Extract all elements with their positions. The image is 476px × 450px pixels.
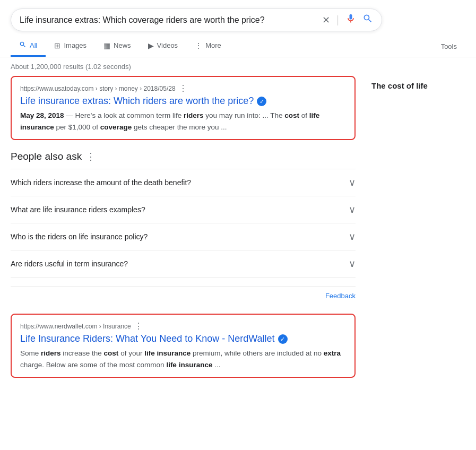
content-area: https://www.usatoday.com › story › money…	[0, 76, 476, 388]
tab-news[interactable]: ▦ News	[95, 36, 140, 57]
tab-more-label: More	[205, 41, 221, 49]
paa-header: People also ask ⋮	[11, 151, 356, 162]
result-title-1[interactable]: Life insurance extras: Which riders are …	[20, 96, 346, 107]
videos-icon: ▶	[148, 41, 154, 50]
paa-options-icon[interactable]: ⋮	[86, 151, 96, 162]
results-info: About 1,200,000 results (1.02 seconds)	[0, 57, 476, 76]
clear-icon[interactable]: ✕	[322, 14, 330, 26]
result-domain-1: https://www.usatoday.com › story › money…	[20, 85, 176, 92]
chevron-down-icon-3: ∨	[349, 258, 356, 270]
tab-more[interactable]: ⋮ More	[186, 36, 230, 57]
search-query-text: Life insurance extras: Which coverage ri…	[20, 15, 322, 25]
result-options-2[interactable]: ⋮	[134, 321, 143, 331]
paa-item-0[interactable]: Which riders increase the amount of the …	[11, 169, 356, 196]
search-submit-icon[interactable]	[362, 13, 373, 27]
tools-button[interactable]: Tools	[432, 37, 465, 56]
more-icon: ⋮	[195, 41, 202, 50]
result-title-2[interactable]: Life Insurance Riders: What You Need to …	[20, 333, 346, 344]
divider: |	[336, 14, 339, 26]
result-domain-2: https://www.nerdwallet.com › Insurance	[20, 323, 131, 330]
feedback-link[interactable]: Feedback	[325, 292, 356, 300]
people-also-ask: People also ask ⋮ Which riders increase …	[11, 151, 356, 278]
tab-news-label: News	[114, 41, 131, 49]
result-snippet-1: May 28, 2018 — Here's a look at common t…	[20, 110, 346, 133]
tab-videos[interactable]: ▶ Videos	[140, 36, 187, 57]
tab-all-label: All	[30, 41, 37, 49]
right-panel: The cost of life	[356, 81, 462, 388]
tab-images[interactable]: ⊞ Images	[46, 36, 95, 57]
verified-badge-1	[257, 97, 266, 106]
mic-icon[interactable]	[345, 13, 356, 27]
chevron-down-icon-0: ∨	[349, 177, 356, 188]
tab-videos-label: Videos	[157, 41, 178, 49]
side-card: The cost of life	[371, 81, 462, 90]
main-results: https://www.usatoday.com › story › money…	[11, 76, 356, 388]
verified-badge-2	[278, 334, 288, 344]
result-options-1[interactable]: ⋮	[179, 83, 187, 93]
paa-item-3[interactable]: Are riders useful in term insurance? ∨	[11, 250, 356, 278]
news-icon: ▦	[103, 41, 110, 50]
chevron-down-icon-2: ∨	[349, 231, 356, 243]
result-url-1: https://www.usatoday.com › story › money…	[20, 83, 346, 93]
tab-images-label: Images	[64, 41, 86, 49]
result-snippet-2: Some riders increase the cost of your li…	[20, 348, 346, 370]
result-card-1: https://www.usatoday.com › story › money…	[11, 76, 356, 140]
tab-all[interactable]: All	[11, 36, 46, 57]
side-card-title: The cost of life	[371, 81, 462, 90]
result-url-2: https://www.nerdwallet.com › Insurance ⋮	[20, 321, 346, 331]
search-bar[interactable]: Life insurance extras: Which coverage ri…	[11, 8, 382, 31]
search-bar-container: Life insurance extras: Which coverage ri…	[0, 0, 476, 31]
nav-tabs: All ⊞ Images ▦ News ▶ Videos ⋮ More Tool…	[0, 31, 476, 57]
feedback-row: Feedback	[11, 286, 356, 305]
images-icon: ⊞	[54, 41, 60, 50]
all-icon	[19, 41, 27, 50]
search-bar-icons: ✕ |	[322, 13, 373, 27]
result-card-2: https://www.nerdwallet.com › Insurance ⋮…	[11, 314, 356, 378]
chevron-down-icon-1: ∨	[349, 204, 356, 215]
paa-item-1[interactable]: What are life insurance riders examples?…	[11, 196, 356, 223]
paa-item-2[interactable]: Who is the riders on life insurance poli…	[11, 223, 356, 250]
